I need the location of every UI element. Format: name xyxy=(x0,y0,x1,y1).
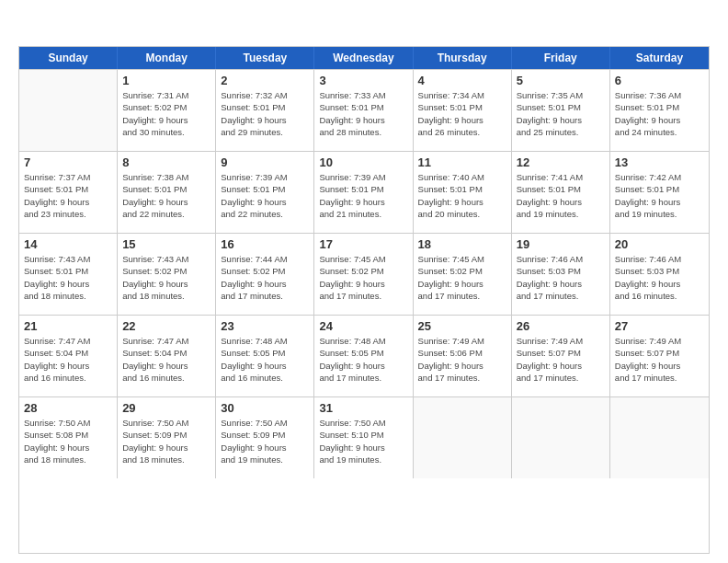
calendar-cell: 22Sunrise: 7:47 AMSunset: 5:04 PMDayligh… xyxy=(118,316,216,396)
day-number: 29 xyxy=(122,401,210,415)
day-info: Sunrise: 7:42 AMSunset: 5:01 PMDaylight:… xyxy=(615,171,704,220)
calendar-cell: 14Sunrise: 7:43 AMSunset: 5:01 PMDayligh… xyxy=(19,234,118,315)
day-number: 18 xyxy=(418,237,506,251)
day-info: Sunrise: 7:34 AMSunset: 5:01 PMDaylight:… xyxy=(418,89,506,138)
calendar-cell: 3Sunrise: 7:33 AMSunset: 5:01 PMDaylight… xyxy=(314,70,413,151)
day-info: Sunrise: 7:48 AMSunset: 5:05 PMDaylight:… xyxy=(319,335,407,384)
day-info: Sunrise: 7:47 AMSunset: 5:04 PMDaylight:… xyxy=(122,335,210,384)
calendar-cell: 17Sunrise: 7:45 AMSunset: 5:02 PMDayligh… xyxy=(314,234,413,315)
weekday-header: Thursday xyxy=(414,47,512,69)
calendar-cell: 25Sunrise: 7:49 AMSunset: 5:06 PMDayligh… xyxy=(414,316,512,396)
calendar-cell: 31Sunrise: 7:50 AMSunset: 5:10 PMDayligh… xyxy=(314,397,413,478)
logo-icon xyxy=(18,17,39,37)
calendar-row: 28Sunrise: 7:50 AMSunset: 5:08 PMDayligh… xyxy=(19,396,709,478)
day-info: Sunrise: 7:50 AMSunset: 5:09 PMDaylight:… xyxy=(221,417,309,465)
day-number: 7 xyxy=(24,155,112,169)
day-info: Sunrise: 7:39 AMSunset: 5:01 PMDaylight:… xyxy=(319,171,407,220)
calendar-cell: 6Sunrise: 7:36 AMSunset: 5:01 PMDaylight… xyxy=(610,70,709,151)
day-number: 17 xyxy=(319,237,407,251)
day-number: 5 xyxy=(517,74,605,87)
day-number: 20 xyxy=(615,237,704,251)
day-info: Sunrise: 7:49 AMSunset: 5:07 PMDaylight:… xyxy=(517,335,605,384)
calendar-body: 1Sunrise: 7:31 AMSunset: 5:02 PMDaylight… xyxy=(19,69,709,478)
day-number: 8 xyxy=(122,155,210,169)
calendar-cell: 2Sunrise: 7:32 AMSunset: 5:01 PMDaylight… xyxy=(216,70,314,151)
day-number: 30 xyxy=(221,401,309,415)
calendar-cell: 18Sunrise: 7:45 AMSunset: 5:02 PMDayligh… xyxy=(414,234,512,315)
day-number: 23 xyxy=(221,319,309,333)
day-number: 11 xyxy=(418,155,506,169)
calendar-cell: 27Sunrise: 7:49 AMSunset: 5:07 PMDayligh… xyxy=(610,316,709,396)
day-info: Sunrise: 7:33 AMSunset: 5:01 PMDaylight:… xyxy=(319,89,407,138)
calendar-row: 1Sunrise: 7:31 AMSunset: 5:02 PMDaylight… xyxy=(19,69,709,151)
calendar: SundayMondayTuesdayWednesdayThursdayFrid… xyxy=(18,46,710,554)
day-number: 14 xyxy=(24,237,112,251)
day-info: Sunrise: 7:35 AMSunset: 5:01 PMDaylight:… xyxy=(517,89,605,138)
calendar-cell: 24Sunrise: 7:48 AMSunset: 5:05 PMDayligh… xyxy=(314,316,413,396)
calendar-cell: 1Sunrise: 7:31 AMSunset: 5:02 PMDaylight… xyxy=(118,70,216,151)
day-number: 15 xyxy=(122,237,210,251)
day-info: Sunrise: 7:36 AMSunset: 5:01 PMDaylight:… xyxy=(615,89,704,138)
calendar-cell: 12Sunrise: 7:41 AMSunset: 5:01 PMDayligh… xyxy=(512,152,610,233)
day-number: 19 xyxy=(517,237,605,251)
day-number: 4 xyxy=(418,74,506,87)
day-info: Sunrise: 7:48 AMSunset: 5:05 PMDaylight:… xyxy=(221,335,309,384)
day-info: Sunrise: 7:49 AMSunset: 5:07 PMDaylight:… xyxy=(615,335,704,384)
day-number: 3 xyxy=(319,74,407,87)
day-info: Sunrise: 7:50 AMSunset: 5:10 PMDaylight:… xyxy=(319,417,407,465)
day-info: Sunrise: 7:44 AMSunset: 5:02 PMDaylight:… xyxy=(221,253,309,302)
calendar-cell: 7Sunrise: 7:37 AMSunset: 5:01 PMDaylight… xyxy=(19,152,118,233)
weekday-header: Monday xyxy=(118,47,216,69)
calendar-cell: 11Sunrise: 7:40 AMSunset: 5:01 PMDayligh… xyxy=(414,152,512,233)
day-number: 2 xyxy=(221,74,309,87)
day-info: Sunrise: 7:37 AMSunset: 5:01 PMDaylight:… xyxy=(24,171,112,220)
day-info: Sunrise: 7:32 AMSunset: 5:01 PMDaylight:… xyxy=(221,89,309,138)
weekday-header: Tuesday xyxy=(216,47,314,69)
calendar-cell xyxy=(414,397,512,478)
day-number: 28 xyxy=(24,401,112,415)
calendar-cell: 9Sunrise: 7:39 AMSunset: 5:01 PMDaylight… xyxy=(216,152,314,233)
calendar-cell: 28Sunrise: 7:50 AMSunset: 5:08 PMDayligh… xyxy=(19,397,118,478)
calendar-cell: 5Sunrise: 7:35 AMSunset: 5:01 PMDaylight… xyxy=(512,70,610,151)
day-number: 25 xyxy=(418,319,506,333)
day-number: 6 xyxy=(615,74,704,87)
day-number: 26 xyxy=(517,319,605,333)
calendar-cell: 10Sunrise: 7:39 AMSunset: 5:01 PMDayligh… xyxy=(314,152,413,233)
day-number: 31 xyxy=(319,401,407,415)
day-info: Sunrise: 7:46 AMSunset: 5:03 PMDaylight:… xyxy=(615,253,704,302)
calendar-cell xyxy=(610,397,709,478)
calendar-cell: 21Sunrise: 7:47 AMSunset: 5:04 PMDayligh… xyxy=(19,316,118,396)
calendar-row: 14Sunrise: 7:43 AMSunset: 5:01 PMDayligh… xyxy=(19,233,709,315)
day-number: 12 xyxy=(517,155,605,169)
day-info: Sunrise: 7:50 AMSunset: 5:08 PMDaylight:… xyxy=(24,417,112,465)
calendar-cell: 30Sunrise: 7:50 AMSunset: 5:09 PMDayligh… xyxy=(216,397,314,478)
day-number: 22 xyxy=(122,319,210,333)
day-number: 10 xyxy=(319,155,407,169)
day-number: 9 xyxy=(221,155,309,169)
weekday-header: Wednesday xyxy=(314,47,413,69)
calendar-cell xyxy=(19,70,118,151)
calendar-cell: 8Sunrise: 7:38 AMSunset: 5:01 PMDaylight… xyxy=(118,152,216,233)
calendar-cell: 23Sunrise: 7:48 AMSunset: 5:05 PMDayligh… xyxy=(216,316,314,396)
day-number: 27 xyxy=(615,319,704,333)
day-number: 24 xyxy=(319,319,407,333)
day-number: 13 xyxy=(615,155,704,169)
calendar-cell: 13Sunrise: 7:42 AMSunset: 5:01 PMDayligh… xyxy=(610,152,709,233)
day-info: Sunrise: 7:43 AMSunset: 5:02 PMDaylight:… xyxy=(122,253,210,302)
calendar-page: SundayMondayTuesdayWednesdayThursdayFrid… xyxy=(0,0,728,563)
day-info: Sunrise: 7:31 AMSunset: 5:02 PMDaylight:… xyxy=(122,89,210,138)
day-info: Sunrise: 7:40 AMSunset: 5:01 PMDaylight:… xyxy=(418,171,506,220)
calendar-cell xyxy=(512,397,610,478)
day-info: Sunrise: 7:47 AMSunset: 5:04 PMDaylight:… xyxy=(24,335,112,384)
day-info: Sunrise: 7:45 AMSunset: 5:02 PMDaylight:… xyxy=(418,253,506,302)
day-number: 1 xyxy=(122,74,210,87)
calendar-cell: 4Sunrise: 7:34 AMSunset: 5:01 PMDaylight… xyxy=(414,70,512,151)
day-info: Sunrise: 7:46 AMSunset: 5:03 PMDaylight:… xyxy=(517,253,605,302)
day-info: Sunrise: 7:50 AMSunset: 5:09 PMDaylight:… xyxy=(122,417,210,465)
day-info: Sunrise: 7:38 AMSunset: 5:01 PMDaylight:… xyxy=(122,171,210,220)
day-info: Sunrise: 7:49 AMSunset: 5:06 PMDaylight:… xyxy=(418,335,506,384)
day-info: Sunrise: 7:45 AMSunset: 5:02 PMDaylight:… xyxy=(319,253,407,302)
calendar-row: 7Sunrise: 7:37 AMSunset: 5:01 PMDaylight… xyxy=(19,151,709,233)
day-number: 16 xyxy=(221,237,309,251)
logo xyxy=(18,17,40,37)
